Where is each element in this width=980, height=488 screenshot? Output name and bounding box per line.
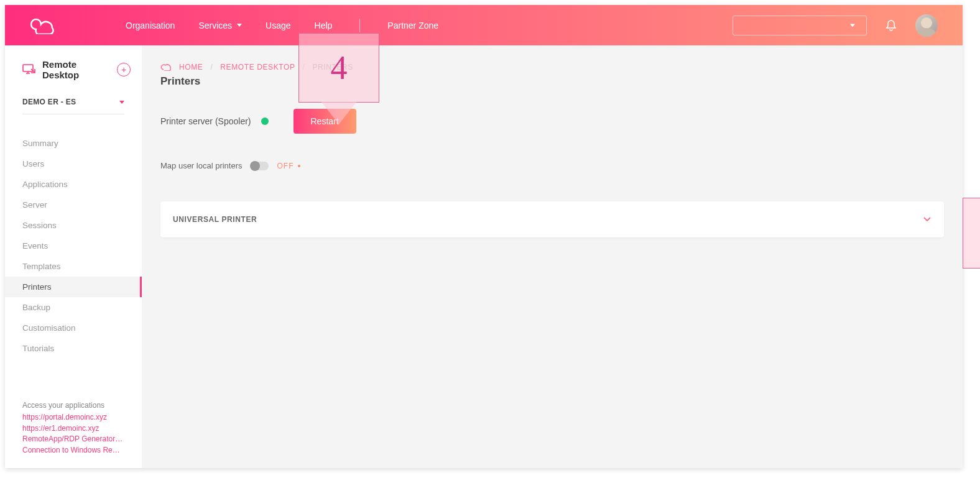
sidebar-header: Remote Desktop + — [5, 59, 142, 80]
main-header: Organisation Services Usage Help Partner… — [5, 5, 963, 45]
sidebar-item-users[interactable]: Users — [5, 154, 142, 174]
sidebar-item-printers[interactable]: Printers — [5, 277, 142, 297]
breadcrumb-home[interactable]: HOME — [179, 63, 203, 71]
map-printers-label: Map user local printers — [160, 161, 243, 170]
header-dropdown[interactable] — [733, 16, 867, 35]
annotation-5: 5 — [963, 176, 980, 269]
main-content: HOME / REMOTE DESKTOP / PRINTERS Printer… — [142, 45, 963, 468]
footer-link-portal[interactable]: https://portal.demoinc.xyz — [22, 412, 124, 423]
cloud-icon — [160, 63, 172, 71]
main-nav: Organisation Services Usage Help Partner… — [126, 19, 733, 32]
bell-icon[interactable] — [885, 19, 897, 32]
nav-usage[interactable]: Usage — [266, 21, 290, 30]
caret-down-icon — [850, 24, 855, 27]
logo-icon — [30, 17, 57, 34]
sidebar-nav: Summary Users Applications Server Sessio… — [5, 133, 142, 359]
breadcrumb: HOME / REMOTE DESKTOP / PRINTERS — [160, 63, 944, 71]
footer-link-remoteapp-label: RemoteApp/RDP Generator — [22, 435, 122, 443]
body: Remote Desktop + DEMO ER - ES Summary Us… — [5, 45, 963, 468]
toggle-state-text: OFF — [277, 162, 294, 170]
sidebar-footer: Access your applications https://portal.… — [5, 401, 142, 468]
nav-services[interactable]: Services — [198, 21, 242, 30]
footer-link-er1[interactable]: https://er1.demoinc.xyz — [22, 423, 124, 434]
breadcrumb-remote-desktop[interactable]: REMOTE DESKTOP — [220, 63, 295, 71]
sidebar-item-server[interactable]: Server — [5, 195, 142, 215]
nav-help[interactable]: Help — [315, 21, 333, 30]
header-right — [733, 14, 938, 37]
org-selector-label: DEMO ER - ES — [22, 98, 76, 106]
sidebar-item-customisation[interactable]: Customisation — [5, 318, 142, 338]
toggle-dot-icon — [298, 165, 300, 167]
sidebar-item-applications[interactable]: Applications — [5, 174, 142, 195]
app-window: Organisation Services Usage Help Partner… — [5, 5, 963, 468]
caret-down-icon — [237, 24, 242, 27]
avatar[interactable] — [915, 14, 938, 37]
toggle-state: OFF — [277, 162, 300, 170]
sidebar-item-sessions[interactable]: Sessions — [5, 215, 142, 236]
chevron-down-icon — [923, 216, 931, 223]
annotation-5-box: 5 — [963, 198, 980, 269]
org-selector[interactable]: DEMO ER - ES — [22, 98, 124, 114]
panel-title: UNIVERSAL PRINTER — [173, 215, 257, 224]
sidebar-item-summary[interactable]: Summary — [5, 133, 142, 154]
page-title: Printers — [160, 75, 944, 88]
sidebar-item-events[interactable]: Events — [5, 236, 142, 256]
status-indicator — [261, 117, 269, 125]
breadcrumb-separator: / — [303, 63, 305, 71]
sidebar: Remote Desktop + DEMO ER - ES Summary Us… — [5, 45, 142, 468]
map-printers-row: Map user local printers OFF — [160, 161, 944, 170]
nav-services-label: Services — [198, 21, 232, 30]
sidebar-item-backup[interactable]: Backup — [5, 297, 142, 318]
nav-partner-zone[interactable]: Partner Zone — [387, 21, 438, 30]
remote-desktop-icon — [22, 64, 36, 75]
sidebar-item-templates[interactable]: Templates — [5, 256, 142, 277]
svg-rect-0 — [23, 65, 33, 71]
footer-link-connection[interactable]: Connection to Windows Rem... — [22, 445, 124, 456]
spooler-label: Printer server (Spooler) — [160, 116, 251, 126]
sidebar-title: Remote Desktop — [42, 59, 111, 80]
sidebar-footer-title: Access your applications — [22, 401, 124, 410]
restart-button[interactable]: Restart — [294, 109, 356, 134]
nav-organisation[interactable]: Organisation — [126, 21, 175, 30]
map-printers-toggle[interactable] — [251, 162, 269, 170]
breadcrumb-current: PRINTERS — [312, 63, 353, 71]
sidebar-item-tutorials[interactable]: Tutorials — [5, 338, 142, 359]
footer-link-remoteapp[interactable]: RemoteApp/RDP Generator? — [22, 434, 124, 444]
nav-divider — [359, 19, 360, 32]
spooler-row: Printer server (Spooler) Restart — [160, 109, 944, 134]
universal-printer-panel[interactable]: UNIVERSAL PRINTER — [160, 201, 944, 237]
caret-down-icon — [119, 101, 124, 104]
add-button[interactable]: + — [117, 63, 131, 76]
breadcrumb-separator: / — [210, 63, 213, 71]
